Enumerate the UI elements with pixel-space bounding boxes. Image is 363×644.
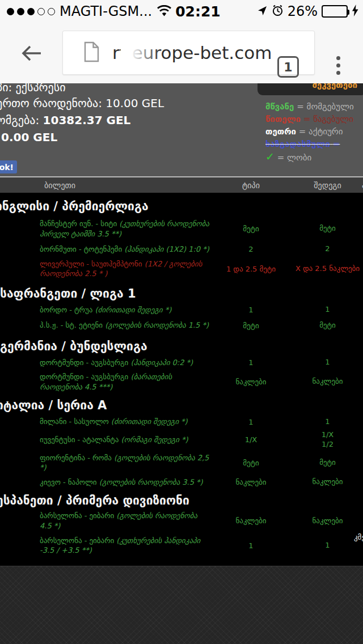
ticket-winnings-line: ომგება: 10382.37 GEL	[0, 113, 130, 127]
bet-tip: მეტი	[218, 224, 284, 233]
legend-item-check: ✓ = ლობი	[265, 150, 363, 164]
section-title-france: საფრანგეთი / ლიგა 1	[0, 287, 363, 300]
wifi-icon	[157, 5, 172, 19]
bet-row: პ.ს.ჟ. - სტ. ეტიენი (გოლების რაოდენობა 1…	[0, 320, 363, 331]
bet-tip: მეტი	[218, 321, 284, 330]
clipped-footer-text: კმე	[354, 533, 363, 541]
charging-bolt-icon	[352, 5, 358, 19]
bet-tip: ნაკლები	[218, 516, 284, 525]
bets-table-header: ბილეთი ტიპი შედეგი ა	[0, 176, 363, 193]
bet-row: მანჩესტერ იუნ. - სიტი (კუთხურების რაოდენ…	[0, 219, 363, 239]
bet-result: X და 2.5 ნაკლები	[292, 264, 363, 274]
bet-row: ბორნმუთი - ტოტენჰემი (ჰანდიკაპი (1X2) 1:…	[0, 244, 363, 255]
column-tip: ტიპი	[218, 181, 284, 190]
match-name: მილანი - სასუოლო (ძირითადი შედეგი *)	[40, 417, 210, 427]
bet-tip: ნაკლები	[218, 478, 284, 486]
tab-count-label: 1	[284, 60, 292, 74]
bet-row: იუვენტუსი - ატალანტა (ორმაგი შედეგი *) 1…	[0, 430, 363, 450]
section-title-italy: იტალია / სერია A	[0, 399, 363, 412]
phone-screen: MAGTI-GSM... 02:21 26%	[0, 0, 363, 644]
bets-table: ინგლისი / პრემიერლიგა მანჩესტერ იუნ. - ს…	[0, 193, 363, 566]
bet-tip: 1/X	[218, 435, 284, 444]
check-icon: ✓	[265, 150, 275, 163]
match-name: იუვენტუსი - ატალანტა (ორმაგი შედეგი *)	[40, 435, 210, 445]
section-title-germany: გერმანია / ბუნდესლიგა	[0, 340, 363, 353]
match-name: ლივერპული - საუთჰემპტონი (1X2 / გოლების …	[40, 259, 210, 279]
legend-item-red: წითელი = წაგებული	[265, 113, 363, 125]
match-name: ბარსელონა - ეიბარი (გოლების რაოდენობა 4.…	[40, 511, 210, 531]
bet-row: დორტმუნდი - აუგსბურგი (ბარათების რაოდენო…	[0, 372, 363, 392]
location-arrow-icon	[257, 5, 268, 18]
alarm-clock-icon	[272, 5, 284, 19]
legend-item-strikethrough: ხაზგადასმული =	[265, 138, 363, 150]
bet-row: ბორდო - ტრუა (ძირითადი შედეგი *) 1 1	[0, 305, 363, 315]
bet-tip: 1	[218, 306, 284, 314]
status-bar: MAGTI-GSM... 02:21 26%	[0, 0, 363, 23]
match-name: ფიორენტინა - რომა (გოლების რაოდენობა 2,5…	[40, 453, 210, 473]
signal-strength-icon	[7, 8, 55, 15]
bet-tip: 2	[218, 245, 284, 253]
bet-result: მეტი	[292, 321, 363, 331]
bet-result: მეტი	[292, 458, 363, 468]
section-title-spain: ესპანეთი / პრიმერა დივიზიონი	[0, 494, 363, 507]
match-name: ბორნმუთი - ტოტენჰემი (ჰანდიკაპი (1X2) 1:…	[40, 244, 210, 255]
bet-tip: 1	[218, 418, 284, 426]
bet-row: ბარსელონა - ეიბარი (კუთხურების ჰანდიკაპი…	[0, 536, 363, 556]
match-name: ბარსელონა - ეიბარი (კუთხურების ჰანდიკაპი…	[40, 536, 210, 556]
battery-percent-label: 26%	[288, 3, 318, 19]
bet-row: ფიორენტინა - რომა (გოლების რაოდენობა 2,5…	[0, 453, 363, 473]
bet-result: მეტი	[292, 224, 363, 234]
bet-tip: მეტი	[218, 459, 284, 467]
column-result: შედეგი	[292, 181, 363, 190]
facebook-button[interactable]: ok!	[0, 160, 17, 173]
back-button[interactable]	[19, 41, 43, 67]
battery-icon	[322, 5, 348, 18]
ticket-zero-line: 0.00 GEL	[1, 130, 57, 144]
bet-result: ნაკლები	[292, 516, 363, 526]
bet-tip: 1	[218, 358, 284, 367]
bet-tip: ნაკლები	[218, 378, 284, 386]
page-footer-background	[0, 566, 363, 644]
bet-result: 1	[292, 305, 363, 315]
legend-item-green: მწვანე = მომგებული	[265, 100, 363, 113]
section-title-england: ინგლისი / პრემიერლიგა	[0, 200, 363, 213]
result-color-legend: მწვანე = მომგებული წითელი = წაგებული თეთ…	[265, 100, 363, 164]
match-name: ბორდო - ტრუა (ძირითადი შედეგი *)	[40, 305, 210, 315]
bet-row: კიევო - ნაპოლი (გოლების რაოდენობა 3.5 *)…	[0, 477, 363, 488]
match-name: კიევო - ნაპოლი (გოლების რაოდენობა 3.5 *)	[40, 477, 210, 488]
bet-tip: 1 და 2.5 მეტი	[218, 265, 284, 273]
page-document-icon	[83, 41, 100, 65]
orders-button[interactable]: შეკვეთები	[258, 83, 363, 95]
bet-result: ნაკლები	[292, 477, 363, 487]
bet-result: 1	[292, 417, 363, 427]
bet-result: 1	[292, 541, 363, 550]
bet-row: მილანი - სასუოლო (ძირითადი შედეგი *) 1 1	[0, 417, 363, 427]
bet-row: ბარსელონა - ეიბარი (გოლების რაოდენობა 4.…	[0, 511, 363, 531]
winnings-value: 10382.37 GEL	[43, 113, 131, 127]
match-name: დორტმუნდი - აუგსბურგი (ჰანდიკაპი 0:2 *)	[40, 358, 210, 368]
ticket-type-line: პი: ექსპრესი	[0, 83, 66, 94]
url-fade-left	[121, 33, 161, 73]
orders-button-label: შეკვეთები	[313, 83, 357, 90]
bet-result: 1/X 1/2	[292, 430, 363, 450]
bet-tip: 1	[218, 541, 284, 550]
bet-result: 1	[292, 358, 363, 367]
match-name: პ.ს.ჟ. - სტ. ეტიენი (გოლების რაოდენობა 1…	[40, 320, 210, 331]
tab-switcher-button[interactable]: 1	[277, 56, 299, 78]
carrier-label: MAGTI-GSM...	[60, 3, 152, 19]
ticket-summary-panel: პი: ექსპრესი ერთო რაოდენობა: 10.00 GEL ო…	[0, 83, 363, 176]
bet-row: დორტმუნდი - აუგსბურგი (ჰანდიკაპი 0:2 *) …	[0, 358, 363, 368]
bet-row: ლივერპული - საუთჰემპტონი (1X2 / გოლების …	[0, 259, 363, 279]
browser-toolbar: rt.europe-bet.com 1	[0, 23, 363, 83]
bet-result: ნაკლები	[292, 377, 363, 387]
match-name: დორტმუნდი - აუგსბურგი (ბარათების რაოდენო…	[40, 372, 210, 392]
match-name: მანჩესტერ იუნ. - სიტი (კუთხურების რაოდენ…	[40, 219, 210, 239]
bet-result: 2	[292, 244, 363, 254]
ticket-amount-line: ერთო რაოდენობა: 10.00 GEL	[0, 96, 164, 110]
menu-kebab-icon[interactable]	[336, 56, 340, 75]
column-ticket: ბილეთი	[44, 181, 210, 190]
legend-item-white: თეთრი = აქტიური	[265, 125, 363, 138]
clock-time: 02:21	[175, 3, 221, 20]
